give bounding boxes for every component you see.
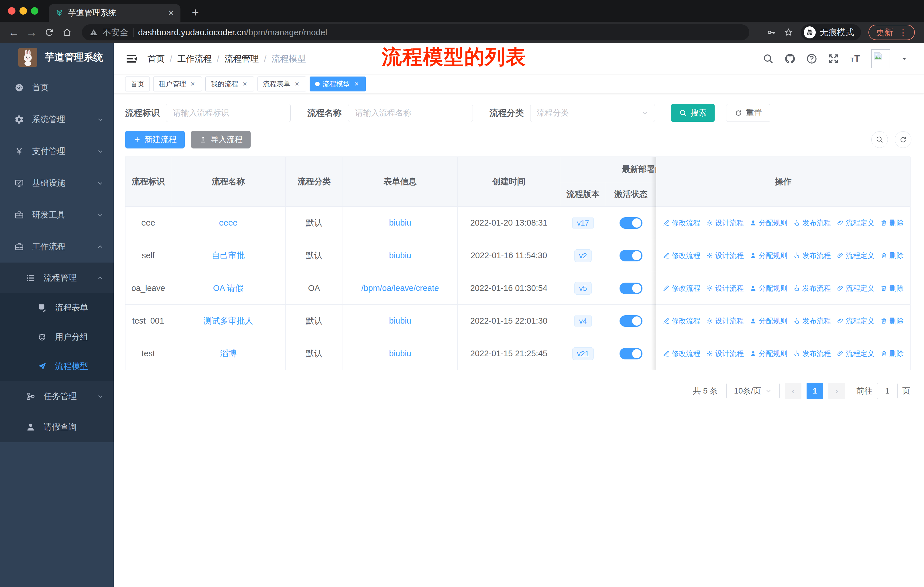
action-assign-link[interactable]: 分配规则 (749, 218, 787, 228)
tag-active[interactable]: 流程模型✕ (310, 76, 366, 91)
browser-menu-more-icon[interactable]: ⋮ (899, 28, 908, 38)
search-icon[interactable] (762, 53, 774, 64)
process-name-link[interactable]: 测试多审批人 (203, 315, 253, 327)
tag-item[interactable]: 首页 (125, 76, 150, 91)
active-toggle[interactable] (620, 348, 642, 359)
window-minimize-button[interactable] (20, 7, 27, 15)
toggle-search-button[interactable] (871, 131, 888, 148)
action-design-link[interactable]: 设计流程 (706, 283, 744, 293)
active-toggle[interactable] (620, 315, 642, 327)
form-info-link[interactable]: /bpm/oa/leave/create (361, 283, 439, 293)
tag-close-icon[interactable]: ✕ (241, 80, 249, 88)
create-process-button[interactable]: 新建流程 (125, 131, 185, 149)
tab-close-icon[interactable]: ✕ (168, 8, 174, 18)
breadcrumb-home[interactable]: 首页 (147, 53, 165, 65)
action-assign-link[interactable]: 分配规则 (749, 349, 787, 358)
tag-item[interactable]: 流程表单✕ (257, 76, 306, 91)
process-category-select[interactable]: 流程分类 (530, 104, 655, 122)
sidebar-item[interactable]: 支付管理 (0, 135, 114, 167)
not-secure-warning-icon[interactable] (89, 28, 98, 37)
window-close-button[interactable] (8, 7, 15, 15)
action-design-link[interactable]: 设计流程 (706, 218, 744, 228)
tag-close-icon[interactable]: ✕ (353, 80, 360, 88)
page-size-select[interactable]: 10条/页 (726, 383, 780, 399)
action-definition-link[interactable]: 流程定义 (837, 283, 874, 293)
sidebar-item[interactable]: 首页 (0, 72, 114, 104)
action-assign-link[interactable]: 分配规则 (749, 283, 787, 293)
import-process-button[interactable]: 导入流程 (191, 131, 251, 149)
tag-item[interactable]: 租户管理✕ (153, 76, 202, 91)
active-toggle[interactable] (620, 217, 642, 229)
sidebar-item[interactable]: 流程管理 (0, 263, 114, 293)
breadcrumb-workflow[interactable]: 工作流程 (177, 53, 212, 65)
action-delete-link[interactable]: 删除 (880, 251, 904, 260)
action-definition-link[interactable]: 流程定义 (837, 349, 874, 358)
breadcrumb-process-manage[interactable]: 流程管理 (224, 53, 259, 65)
action-delete-link[interactable]: 删除 (880, 283, 904, 293)
sidebar-item[interactable]: 任务管理 (0, 381, 114, 412)
prev-page-button[interactable]: ‹ (785, 383, 802, 399)
address-bar[interactable]: 不安全 dashboard.yudao.iocoder.cn/bpm/manag… (82, 24, 749, 40)
home-icon[interactable] (59, 25, 74, 40)
sidebar-item[interactable]: 工作流程 (0, 231, 114, 263)
action-deploy-link[interactable]: 发布流程 (793, 251, 831, 260)
action-deploy-link[interactable]: 发布流程 (793, 283, 831, 293)
avatar[interactable] (871, 49, 890, 68)
back-icon[interactable]: ← (6, 25, 21, 40)
form-info-link[interactable]: biubiu (389, 218, 411, 228)
sidebar-item[interactable]: 基础设施 (0, 167, 114, 199)
action-edit-link[interactable]: 修改流程 (663, 283, 700, 293)
help-icon[interactable] (806, 53, 817, 64)
tag-close-icon[interactable]: ✕ (293, 80, 301, 88)
next-page-button[interactable]: › (828, 383, 845, 399)
action-edit-link[interactable]: 修改流程 (663, 349, 700, 358)
sidebar-collapse-icon[interactable] (125, 53, 138, 65)
process-name-input[interactable] (348, 104, 473, 122)
new-tab-button[interactable]: + (187, 4, 204, 21)
page-number-1[interactable]: 1 (807, 383, 823, 399)
search-button[interactable]: 搜索 (671, 104, 714, 122)
action-definition-link[interactable]: 流程定义 (837, 218, 874, 228)
process-name-link[interactable]: OA 请假 (213, 283, 243, 294)
sidebar-item[interactable]: 研发工具 (0, 199, 114, 231)
bookmark-star-icon[interactable] (784, 28, 794, 37)
process-id-input[interactable] (166, 104, 291, 122)
action-design-link[interactable]: 设计流程 (706, 349, 744, 358)
action-assign-link[interactable]: 分配规则 (749, 251, 787, 260)
tag-item[interactable]: 我的流程✕ (205, 76, 254, 91)
form-info-link[interactable]: biubiu (389, 316, 411, 326)
sidebar-logo[interactable]: 芋道管理系统 (0, 43, 114, 72)
sidebar-item[interactable]: 请假查询 (0, 412, 114, 442)
action-design-link[interactable]: 设计流程 (706, 251, 744, 260)
action-design-link[interactable]: 设计流程 (706, 316, 744, 326)
window-zoom-button[interactable] (31, 7, 38, 15)
reset-button[interactable]: 重置 (726, 104, 770, 122)
tag-close-icon[interactable]: ✕ (189, 80, 196, 88)
browser-tab[interactable]: 芋道管理系统 ✕ (49, 4, 180, 22)
action-edit-link[interactable]: 修改流程 (663, 316, 700, 326)
sidebar-item[interactable]: 流程表单 (0, 293, 114, 322)
action-deploy-link[interactable]: 发布流程 (793, 349, 831, 358)
action-assign-link[interactable]: 分配规则 (749, 316, 787, 326)
active-toggle[interactable] (620, 250, 642, 261)
refresh-table-button[interactable] (895, 131, 911, 148)
password-key-icon[interactable] (766, 28, 776, 37)
security-label[interactable]: 不安全 (102, 26, 128, 38)
github-icon[interactable] (784, 53, 796, 64)
page-url[interactable]: dashboard.yudao.iocoder.cn/bpm/manager/m… (138, 28, 327, 37)
action-deploy-link[interactable]: 发布流程 (793, 218, 831, 228)
process-name-link[interactable]: 滔博 (220, 348, 237, 359)
sidebar-item[interactable]: 系统管理 (0, 104, 114, 135)
font-size-icon[interactable]: TT (850, 53, 861, 64)
process-name-link[interactable]: 自己审批 (212, 250, 245, 261)
active-toggle[interactable] (620, 283, 642, 294)
sidebar-item[interactable]: 流程模型 (0, 352, 114, 381)
reload-icon[interactable] (42, 25, 57, 40)
action-deploy-link[interactable]: 发布流程 (793, 316, 831, 326)
action-delete-link[interactable]: 删除 (880, 218, 904, 228)
form-info-link[interactable]: biubiu (389, 349, 411, 358)
forward-icon[interactable]: → (24, 25, 39, 40)
action-definition-link[interactable]: 流程定义 (837, 251, 874, 260)
avatar-caret-down-icon[interactable] (901, 55, 908, 63)
process-name-link[interactable]: eeee (219, 218, 238, 228)
